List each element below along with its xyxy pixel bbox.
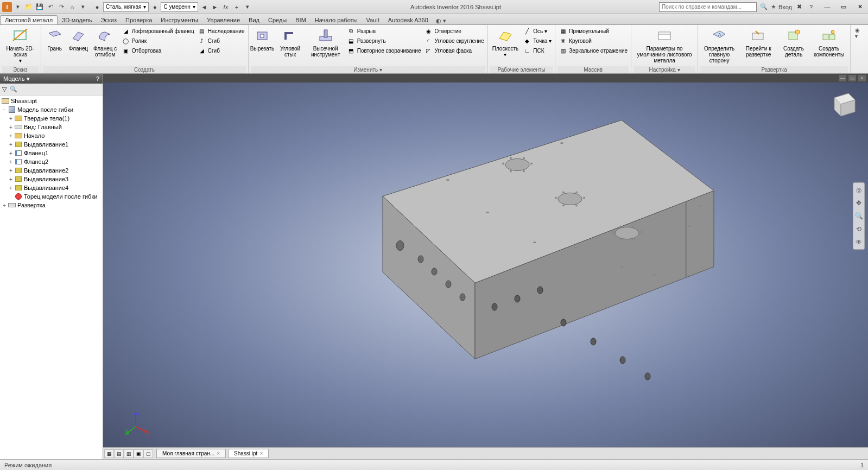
search-icon[interactable]: 🔍	[10, 86, 17, 93]
tab-view[interactable]: Вид	[244, 16, 264, 24]
tab-close-icon[interactable]: ×	[259, 450, 263, 456]
ribbon-help-icon[interactable]: ◉ ▾	[851, 25, 868, 73]
tree-toggle-icon[interactable]: +	[8, 176, 14, 182]
tab-sketch[interactable]: Эскиз	[97, 16, 121, 24]
plane-button[interactable]: Плоскость▾	[490, 26, 521, 59]
tree-item[interactable]: Торец модели после гибки	[0, 192, 103, 201]
search-icon[interactable]: 🔍	[759, 2, 769, 12]
qat-open-icon[interactable]: 📁	[24, 2, 34, 12]
vp-close-icon[interactable]: ×	[858, 75, 866, 81]
make-components-button[interactable]: Создать компоненты	[810, 26, 848, 59]
tree-toggle-icon[interactable]: +	[8, 150, 14, 156]
lofted-flange-button[interactable]: ◢Лофтированный фланец	[121, 26, 195, 36]
viewport[interactable]: — ▭ ×	[103, 74, 868, 459]
nav-orbit-icon[interactable]: ⟲	[854, 224, 864, 234]
define-a-side-button[interactable]: AОпределить главную сторону	[700, 26, 738, 65]
roller-button[interactable]: ◯Ролик	[121, 36, 195, 46]
material-dropdown[interactable]: Сталь, мягкая ▾	[103, 2, 149, 12]
tab-3d-model[interactable]: 3D-модель	[58, 16, 96, 24]
axis-button[interactable]: ╱Ось ▾	[522, 26, 553, 36]
nav-pan-icon[interactable]: ✥	[854, 198, 864, 208]
start-2d-sketch-button[interactable]: Начать 2D-эскиз▾	[2, 26, 39, 65]
qat-save-icon[interactable]: 💾	[35, 2, 45, 12]
tab-manage[interactable]: Управление	[202, 16, 244, 24]
tree-item[interactable]: + Начало	[0, 131, 103, 140]
qat-plus-icon[interactable]: +	[232, 2, 242, 12]
tab-vault[interactable]: Vault	[362, 16, 384, 24]
tab-tools[interactable]: Инструменты	[156, 16, 202, 24]
appearance-icon[interactable]: ●	[150, 2, 160, 12]
tree-toggle-icon[interactable]: +	[1, 202, 8, 208]
cut-button[interactable]: Вырезать	[251, 26, 274, 53]
unfold-button[interactable]: ⬓Развернуть	[346, 36, 422, 46]
tree-item[interactable]: − Модель после гибки	[0, 105, 103, 114]
tree-root[interactable]: Shassi.ipt	[0, 97, 103, 105]
view-mode-3-icon[interactable]: ▥	[124, 449, 134, 458]
bend-button[interactable]: ⤴Сгиб	[197, 36, 246, 46]
material-icon[interactable]: ●	[92, 2, 102, 12]
sheet-metal-defaults-button[interactable]: Параметры по умолчанию листового металла	[633, 26, 695, 65]
nav-zoom-icon[interactable]: 🔍	[854, 211, 864, 221]
qat-dropdown-icon[interactable]: ▾	[78, 2, 88, 12]
qat-more-icon[interactable]: ▾	[243, 2, 252, 12]
qat-fx-icon[interactable]: fx	[221, 2, 231, 12]
tab-document[interactable]: Shassi.ipt×	[228, 449, 269, 458]
tree-item[interactable]: + Вид: Главный	[0, 123, 103, 131]
vp-minimize-icon[interactable]: —	[839, 75, 846, 81]
browser-options-icon[interactable]: ?	[96, 75, 99, 82]
tree-toggle-icon[interactable]: +	[8, 124, 14, 130]
rip-button[interactable]: ⧉Разрыв	[346, 26, 422, 36]
trim-button[interactable]: ▣Отбортовка	[121, 46, 195, 55]
view-mode-2-icon[interactable]: ▤	[114, 449, 124, 458]
face-button[interactable]: Грань	[43, 26, 66, 53]
mirror-button[interactable]: ▥Зеркальное отражение	[557, 46, 629, 55]
tree-toggle-icon[interactable]: +	[8, 168, 14, 174]
tree-item[interactable]: + Фланец2	[0, 157, 103, 166]
fold-button[interactable]: ◢Сгиб	[197, 46, 246, 55]
signin-link[interactable]: Вход	[778, 4, 792, 10]
tab-inspect[interactable]: Проверка	[121, 16, 156, 24]
goto-flat-button[interactable]: Перейти к развертке	[739, 26, 777, 59]
qat-fwd-icon[interactable]: ►	[210, 2, 220, 12]
hole-button[interactable]: ◉Отверстие	[423, 26, 485, 36]
hem-flange-button[interactable]: Фланец с отгибом	[91, 26, 119, 59]
inherit-button[interactable]: ▤Наследование	[197, 26, 246, 36]
qat-undo-icon[interactable]: ↶	[46, 2, 55, 12]
app-icon[interactable]: I	[2, 2, 12, 12]
tab-environments[interactable]: Среды	[264, 16, 291, 24]
close-button[interactable]: ✕	[852, 1, 868, 13]
tree-toggle-icon[interactable]: +	[8, 159, 14, 165]
qat-redo-icon[interactable]: ↷	[56, 2, 66, 12]
corner-chamfer-button[interactable]: ◸Угловая фаска	[423, 46, 485, 55]
qat-new-icon[interactable]: ▾	[13, 2, 23, 12]
tree-toggle-icon[interactable]: +	[8, 185, 14, 191]
tab-get-started[interactable]: Начало работы	[311, 16, 362, 24]
view-mode-4-icon[interactable]: ▣	[134, 449, 143, 458]
corner-round-button[interactable]: ◜Угловое скругление	[423, 36, 485, 46]
qat-back-icon[interactable]: ◄	[199, 2, 209, 12]
tree-item[interactable]: + Выдавливание3	[0, 175, 103, 183]
help-icon[interactable]: ?	[806, 2, 816, 12]
punch-button[interactable]: Высечной инструмент	[307, 26, 345, 59]
tab-close-icon[interactable]: ×	[217, 450, 220, 456]
tree-item[interactable]: + Выдавливание4	[0, 183, 103, 192]
minimize-button[interactable]: —	[819, 1, 835, 13]
tab-bim[interactable]: BIM	[291, 16, 311, 24]
maximize-button[interactable]: ▭	[835, 1, 852, 13]
circ-pattern-button[interactable]: ❋Круговой	[557, 36, 629, 46]
flange-button[interactable]: Фланец	[67, 26, 90, 53]
tree-item[interactable]: + Развертка	[0, 201, 103, 209]
ucs-button[interactable]: ∟ПСК	[522, 46, 553, 55]
refold-button[interactable]: ⬒Повторное сворачивание	[346, 46, 422, 55]
tab-sheet-metal[interactable]: Листовой металл	[0, 15, 58, 24]
nav-look-icon[interactable]: 👁	[854, 237, 864, 247]
make-part-button[interactable]: Создать деталь	[778, 26, 809, 59]
vp-restore-icon[interactable]: ▭	[848, 75, 856, 81]
tree-item[interactable]: + Выдавливание2	[0, 166, 103, 175]
tab-a360[interactable]: Autodesk A360	[384, 16, 433, 24]
browser-header[interactable]: Модель ▾ ?	[0, 74, 103, 84]
nav-wheel-icon[interactable]: ◎	[854, 185, 864, 195]
tab-appearance-icon[interactable]: ◐ ▾	[436, 17, 446, 24]
tree-item[interactable]: + Твердые тела(1)	[0, 114, 103, 123]
view-mode-1-icon[interactable]: ▦	[104, 449, 114, 458]
